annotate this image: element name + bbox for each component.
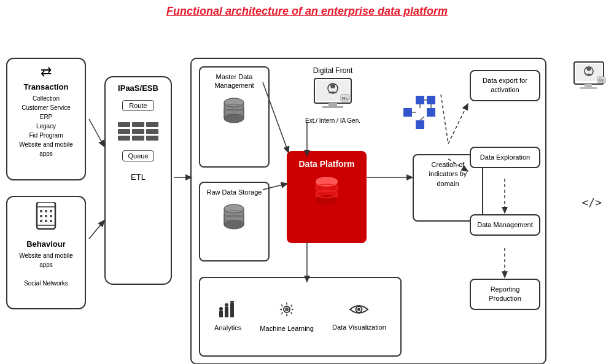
data-export-label: Data export for activation	[470, 70, 540, 101]
route-button[interactable]: Route	[122, 100, 154, 111]
machine-learning-item: Machine Learning	[260, 300, 313, 333]
data-export-box: Data export for activation	[470, 70, 540, 110]
svg-point-67	[587, 67, 591, 71]
data-nodes-graphic	[403, 96, 440, 137]
svg-rect-45	[225, 307, 228, 317]
svg-rect-5	[50, 210, 52, 212]
shuffle-icon: ⇄	[12, 64, 80, 80]
svg-rect-3	[40, 210, 42, 212]
master-data-title: Master Data Management	[205, 72, 263, 90]
machine-learning-label: Machine Learning	[260, 324, 313, 333]
svg-rect-54	[416, 96, 424, 104]
data-visualization-item: Data Visualization	[332, 302, 386, 331]
data-platform-box: Data Platform	[287, 151, 367, 243]
ext-intern-label: Ext./ Intern / IA Gen.	[290, 117, 376, 124]
svg-rect-16	[328, 103, 337, 106]
svg-rect-44	[219, 311, 223, 317]
analytics-label: Analytics	[214, 323, 241, 332]
data-management-label: Data Management	[470, 214, 540, 236]
svg-line-72	[89, 119, 104, 147]
svg-rect-68	[585, 84, 592, 87]
code-icon: </>	[581, 196, 602, 209]
svg-rect-58	[403, 108, 412, 117]
svg-point-15	[330, 83, 335, 88]
svg-rect-11	[50, 220, 52, 222]
master-data-box: Master Data Management	[199, 66, 270, 168]
raw-data-title: Raw Data Storage	[205, 188, 263, 196]
svg-rect-69	[580, 87, 597, 89]
data-management-box: Data Management	[470, 214, 540, 245]
etl-label: ETL	[112, 172, 165, 182]
digital-front-monitor-icon: Rx	[290, 77, 376, 115]
svg-rect-6	[40, 215, 42, 217]
behaviour-title: Behaviour	[12, 239, 80, 249]
svg-rect-55	[427, 96, 435, 104]
behaviour-box: Behaviour Website and mobile appsSocial …	[6, 196, 86, 309]
svg-point-51	[285, 308, 289, 311]
eye-icon	[332, 302, 386, 321]
data-exploration-label: Data Exploration	[470, 147, 540, 168]
data-platform-db-icon	[294, 174, 359, 209]
transaction-title: Transaction	[12, 82, 80, 91]
digital-front: Digital Front Rx Ext./ Intern / IA Gen.	[290, 66, 376, 124]
svg-line-63	[420, 117, 424, 120]
digital-front-title: Digital Front	[290, 66, 376, 75]
raw-data-box: Raw Data Storage	[199, 182, 270, 261]
phone-icon	[12, 202, 80, 237]
behaviour-items: Website and mobile appsSocial Networks	[12, 251, 80, 288]
creation-indicators-title: Creation of indicators by domain	[429, 161, 467, 187]
data-exploration-box: Data Exploration	[470, 147, 540, 177]
master-data-db-icon	[220, 95, 248, 127]
svg-point-48	[225, 303, 228, 307]
ipaas-title: IPaaS/ESB	[112, 83, 165, 93]
gear-icon	[260, 300, 313, 322]
raw-data-db-icon	[220, 201, 248, 233]
svg-rect-46	[230, 303, 234, 317]
svg-rect-7	[45, 215, 47, 217]
transaction-items: CollectionCustomer ServiceERPLegacyFid P…	[12, 94, 80, 158]
diagram: ⇄ Transaction CollectionCustomer Service…	[0, 24, 614, 364]
svg-rect-10	[45, 220, 47, 222]
analytics-area: Analytics	[199, 277, 402, 357]
svg-point-53	[357, 308, 360, 311]
data-platform-title: Data Platform	[294, 158, 359, 169]
transaction-box: ⇄ Transaction CollectionCustomer Service…	[6, 58, 86, 180]
svg-rect-56	[427, 108, 435, 117]
svg-rect-57	[416, 120, 424, 129]
svg-rect-8	[50, 215, 52, 217]
svg-line-73	[89, 220, 104, 239]
top-right-monitor: Rx	[571, 61, 611, 102]
reporting-production-box: Reporting Production	[470, 279, 540, 319]
svg-text:Rx: Rx	[342, 96, 348, 101]
reporting-production-label: Reporting Production	[470, 279, 540, 310]
svg-text:Rx: Rx	[599, 78, 604, 82]
analytics-bar-icon	[214, 301, 241, 322]
svg-rect-4	[45, 210, 47, 212]
server-stack-icon	[112, 122, 165, 141]
data-visualization-label: Data Visualization	[332, 323, 386, 331]
ipaas-box: IPaaS/ESB Route Queue ETL	[104, 76, 172, 285]
svg-point-47	[219, 307, 223, 311]
svg-rect-17	[322, 106, 343, 108]
svg-point-49	[230, 301, 234, 303]
main-title: Functional architecture of an enterprise…	[0, 0, 614, 18]
analytics-item: Analytics	[214, 301, 241, 332]
svg-rect-9	[40, 220, 42, 222]
queue-button[interactable]: Queue	[122, 150, 154, 161]
